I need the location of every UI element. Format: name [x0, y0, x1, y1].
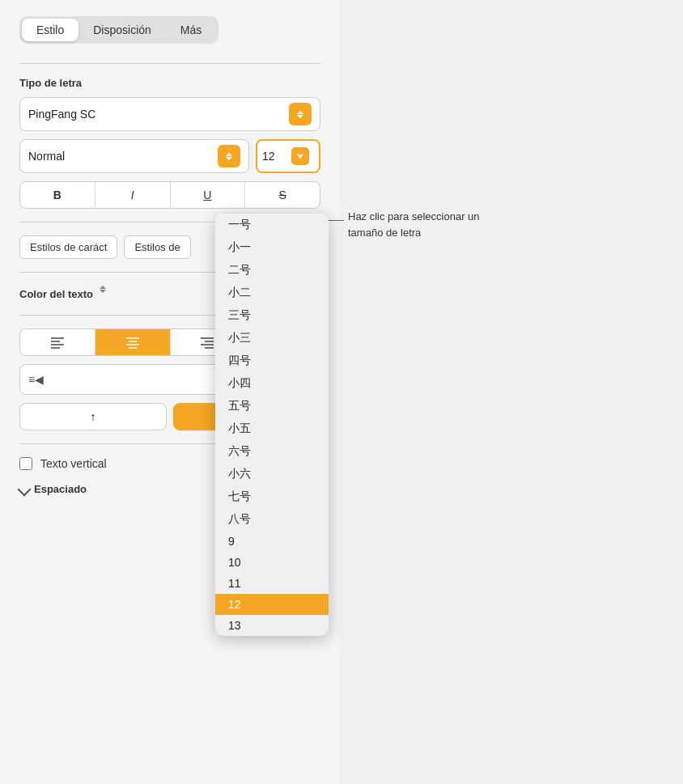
format-buttons-row: B I U S: [19, 181, 320, 209]
dropdown-item[interactable]: 小五: [215, 417, 329, 440]
dropdown-item[interactable]: 小三: [215, 327, 329, 350]
italic-button[interactable]: I: [95, 182, 171, 208]
indent-icon: ≡◀: [28, 373, 44, 386]
dropdown-item[interactable]: 七号: [215, 485, 329, 508]
tab-disposicion[interactable]: Disposición: [78, 19, 166, 41]
size-dropdown-arrow-icon: [297, 155, 303, 159]
font-name-stepper[interactable]: [289, 103, 312, 125]
divider-1: [19, 63, 320, 64]
spacing-label: Espaciado: [34, 483, 87, 495]
font-name-value: PingFang SC: [28, 108, 289, 121]
style-size-row: Normal: [19, 139, 320, 173]
font-size-input-wrap[interactable]: [256, 139, 320, 173]
align-left-icon: [50, 336, 65, 349]
font-size-dropdown: 一号 小一 二号 小二 三号 小三 四号 小四 五号 小五 六号 小六 七号 八…: [215, 214, 329, 636]
font-style-value: Normal: [28, 150, 218, 163]
tab-mas[interactable]: Más: [166, 19, 216, 41]
dropdown-item[interactable]: 11: [215, 573, 329, 594]
vertical-text-checkbox[interactable]: [19, 457, 32, 470]
font-section-label: Tipo de letra: [19, 77, 320, 89]
vertical-text-label: Texto vertical: [40, 457, 107, 470]
dropdown-item[interactable]: 10: [215, 552, 329, 573]
dropdown-item[interactable]: 小二: [215, 282, 329, 304]
strikethrough-button[interactable]: S: [245, 182, 320, 208]
dropdown-item[interactable]: 三号: [215, 304, 329, 327]
dropdown-item[interactable]: 9: [215, 531, 329, 552]
para-styles-button[interactable]: Estilos de: [124, 235, 190, 259]
dropdown-item[interactable]: 二号: [215, 259, 329, 282]
char-styles-button[interactable]: Estilos de caráct: [19, 235, 117, 259]
tab-bar: Estilo Disposición Más: [19, 16, 218, 44]
align-right-icon: [200, 336, 214, 349]
color-stepper[interactable]: [100, 286, 116, 302]
dropdown-item[interactable]: 五号: [215, 395, 329, 417]
font-size-dropdown-btn[interactable]: [291, 147, 309, 165]
dropdown-item[interactable]: 四号: [215, 350, 329, 372]
vert-align-top-button[interactable]: ↑: [19, 403, 167, 430]
dropdown-item[interactable]: 六号: [215, 440, 329, 463]
arrow-up-icon: [297, 111, 303, 114]
tab-estilo[interactable]: Estilo: [22, 19, 78, 41]
dropdown-item[interactable]: 小一: [215, 236, 329, 259]
bold-button[interactable]: B: [20, 182, 95, 208]
font-style-stepper[interactable]: [218, 145, 240, 167]
style-arrow-up-icon: [226, 153, 232, 156]
font-size-input[interactable]: [262, 150, 291, 163]
underline-button[interactable]: U: [171, 182, 246, 208]
align-center-icon: [125, 336, 140, 349]
font-style-selector[interactable]: Normal: [19, 139, 249, 173]
vert-align-top-icon: ↑: [91, 410, 96, 423]
arrow-down-icon: [297, 115, 303, 118]
dropdown-item[interactable]: 小六: [215, 463, 329, 485]
spacing-chevron-icon: [18, 482, 32, 496]
dropdown-item[interactable]: 13: [215, 615, 329, 636]
callout: Haz clic para seleccionar un tamaño de l…: [348, 209, 510, 240]
color-arrow-up-icon: [100, 286, 106, 289]
dropdown-item[interactable]: 八号: [215, 508, 329, 531]
align-left-button[interactable]: [20, 329, 95, 355]
dropdown-item-selected[interactable]: 12: [215, 594, 329, 615]
font-name-selector[interactable]: PingFang SC: [19, 97, 320, 131]
dropdown-item[interactable]: 小四: [215, 372, 329, 395]
callout-text: Haz clic para seleccionar un tamaño de l…: [348, 209, 510, 240]
style-arrow-down-icon: [226, 157, 232, 160]
color-arrow-down-icon: [100, 290, 106, 293]
dropdown-item[interactable]: 一号: [215, 214, 329, 236]
align-center-button[interactable]: [95, 329, 171, 355]
color-label: Color del texto: [19, 288, 93, 300]
